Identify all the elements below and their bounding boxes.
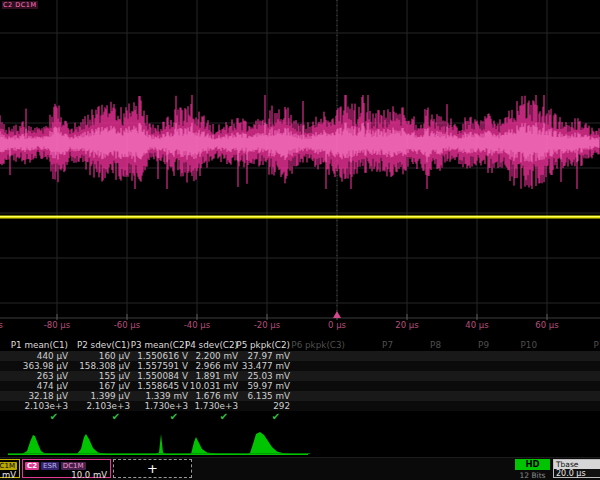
time-axis-label-3: -40 µs — [184, 320, 210, 330]
timebase-descriptor[interactable]: Tbase 20.0 µs — [553, 459, 600, 478]
param-header: P11 — [548, 340, 600, 350]
param-value: 363.98 µV — [6, 361, 68, 371]
time-axis-label-2: -60 µs — [114, 320, 140, 330]
descriptor-bar: DC1M 10.0 mV C2 ESR DC1M 10.0 mV + HD 12… — [0, 457, 600, 480]
c1-coupling-badge: DC1M — [0, 462, 17, 470]
c2-coupling-badge: DC1M — [61, 462, 86, 470]
time-axis-label-1: -80 µs — [44, 320, 70, 330]
table-header-row: P1 mean(C1)P2 sdev(C1)P3 mean(C2)P4 sdev… — [0, 340, 600, 350]
param-value: 292 — [228, 401, 290, 411]
table-row: 32.18 µV1.399 µV1.339 mV1.676 mV6.135 mV — [0, 391, 600, 401]
param-value: 59.97 mV — [228, 381, 290, 391]
time-axis-label-5: 0 µs — [328, 320, 346, 330]
param-value: 474 µV — [6, 381, 68, 391]
plus-icon: + — [114, 460, 191, 478]
time-axis-label-7: 40 µs — [465, 320, 488, 330]
status-check-icon: ✔ — [220, 411, 228, 423]
status-check-icon: ✔ — [50, 411, 58, 423]
param-value: 263 µV — [6, 371, 68, 381]
channel-c2-descriptor[interactable]: C2 ESR DC1M 10.0 mV — [22, 459, 111, 478]
param-header[interactable]: P1 mean(C1) — [6, 340, 68, 350]
param-header: P10 — [475, 340, 537, 350]
param-value: 6.135 mV — [228, 391, 290, 401]
param-header[interactable]: P5 pkpk(C2) — [228, 340, 290, 350]
channel-c1-descriptor[interactable]: DC1M 10.0 mV — [0, 459, 20, 478]
param-value: 32.18 µV — [6, 391, 68, 401]
param-value: 2.103e+3 — [6, 401, 68, 411]
table-row: 474 µV167 µV1.558645 V10.031 mV59.97 mV — [0, 381, 600, 391]
trace-annotation: C2 DC1M — [2, 1, 38, 9]
c2-esr-badge: ESR — [41, 462, 59, 470]
param-value: 167 µV — [68, 381, 130, 391]
param-value: 160 µV — [68, 351, 130, 361]
param-header[interactable]: P2 sdev(C1) — [68, 340, 130, 350]
time-axis-label-6: 20 µs — [395, 320, 418, 330]
timebase-value: 20.0 µs — [554, 469, 600, 478]
param-value: 440 µV — [6, 351, 68, 361]
param-value: 155 µV — [68, 371, 130, 381]
hd-mode-badge[interactable]: HD — [515, 459, 550, 470]
param-value: 1.399 µV — [68, 391, 130, 401]
param-value: 25.03 mV — [228, 371, 290, 381]
time-axis-label-4: -20 µs — [254, 320, 280, 330]
param-value: 33.477 mV — [228, 361, 290, 371]
histicon-baseline — [8, 453, 310, 454]
table-status-row: ✔✔✔✔✔ — [0, 411, 600, 425]
c1-volts-per-div: 10.0 mV — [0, 471, 19, 480]
measurement-table: P1 mean(C1)P2 sdev(C1)P3 mean(C2)P4 sdev… — [0, 338, 600, 428]
oscilloscope-screen: C2 DC1M -100 µs-80 µs-60 µs-40 µs-20 µs0… — [0, 0, 600, 480]
table-row: 440 µV160 µV1.550616 V2.200 mV27.97 mV — [0, 351, 600, 361]
status-check-icon: ✔ — [112, 411, 120, 423]
param-value: 27.97 mV — [228, 351, 290, 361]
status-check-icon: ✔ — [272, 411, 280, 423]
param-value: 2.103e+3 — [68, 401, 130, 411]
c2-volts-per-div: 10.0 mV — [23, 471, 110, 480]
time-axis-label-8: 60 µs — [535, 320, 558, 330]
param-value: 158.308 µV — [68, 361, 130, 371]
table-row: 2.103e+32.103e+31.730e+31.730e+3292 — [0, 401, 600, 411]
hd-bits-label: 12 Bits — [513, 471, 552, 480]
status-check-icon: ✔ — [170, 411, 178, 423]
time-axis-label-0: -100 µs — [0, 320, 3, 330]
table-row: 263 µV155 µV1.550084 V1.891 mV25.03 mV — [0, 371, 600, 381]
c2-label-badge: C2 — [25, 462, 39, 470]
add-trace-box[interactable]: + — [113, 459, 192, 478]
time-axis: -100 µs-80 µs-60 µs-40 µs-20 µs0 µs20 µs… — [0, 320, 600, 332]
waveform-display[interactable] — [0, 0, 600, 338]
table-row: 363.98 µV158.308 µV1.557591 V2.966 mV33.… — [0, 361, 600, 371]
timebase-title: Tbase — [554, 460, 600, 469]
